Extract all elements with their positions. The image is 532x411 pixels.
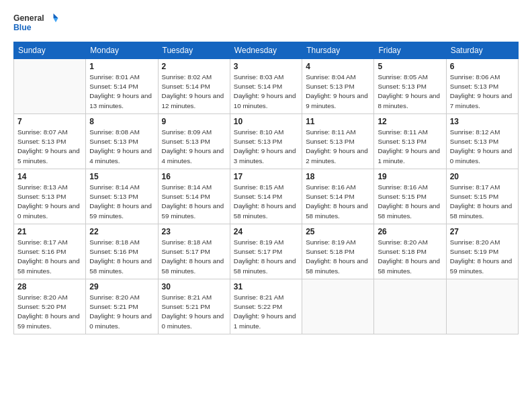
calendar-header-thursday: Thursday bbox=[302, 42, 374, 59]
day-info: Sunrise: 8:12 AMSunset: 5:13 PMDaylight:… bbox=[450, 128, 515, 166]
day-info: Sunrise: 8:21 AMSunset: 5:22 PMDaylight:… bbox=[234, 293, 298, 331]
day-number: 29 bbox=[89, 282, 154, 291]
day-info: Sunrise: 8:20 AMSunset: 5:21 PMDaylight:… bbox=[89, 293, 154, 331]
day-number: 5 bbox=[378, 62, 442, 71]
day-cell: 2Sunrise: 8:02 AMSunset: 5:14 PMDaylight… bbox=[158, 59, 230, 114]
calendar-table: SundayMondayTuesdayWednesdayThursdayFrid… bbox=[13, 42, 519, 334]
day-cell: 22Sunrise: 8:18 AMSunset: 5:16 PMDayligh… bbox=[86, 224, 158, 279]
day-info: Sunrise: 8:08 AMSunset: 5:13 PMDaylight:… bbox=[89, 128, 154, 166]
day-cell: 13Sunrise: 8:12 AMSunset: 5:13 PMDayligh… bbox=[446, 114, 518, 169]
day-number: 17 bbox=[234, 172, 298, 181]
day-cell bbox=[446, 279, 518, 334]
day-number: 10 bbox=[234, 117, 298, 126]
day-number: 15 bbox=[89, 172, 154, 181]
day-info: Sunrise: 8:06 AMSunset: 5:13 PMDaylight:… bbox=[450, 73, 515, 111]
day-info: Sunrise: 8:10 AMSunset: 5:13 PMDaylight:… bbox=[234, 128, 298, 166]
day-info: Sunrise: 8:14 AMSunset: 5:14 PMDaylight:… bbox=[162, 183, 226, 221]
svg-marker-1 bbox=[54, 13, 58, 18]
day-cell bbox=[374, 279, 446, 334]
logo: General Blue bbox=[13, 11, 60, 35]
day-info: Sunrise: 8:15 AMSunset: 5:14 PMDaylight:… bbox=[234, 183, 298, 221]
day-number: 19 bbox=[378, 172, 442, 181]
day-cell: 30Sunrise: 8:21 AMSunset: 5:21 PMDayligh… bbox=[158, 279, 230, 334]
day-info: Sunrise: 8:14 AMSunset: 5:13 PMDaylight:… bbox=[89, 183, 154, 221]
day-cell: 11Sunrise: 8:11 AMSunset: 5:13 PMDayligh… bbox=[302, 114, 374, 169]
day-cell bbox=[302, 279, 374, 334]
day-cell bbox=[14, 59, 86, 114]
week-row-4: 21Sunrise: 8:17 AMSunset: 5:16 PMDayligh… bbox=[14, 224, 519, 279]
day-cell: 19Sunrise: 8:16 AMSunset: 5:15 PMDayligh… bbox=[374, 169, 446, 224]
day-number: 4 bbox=[306, 62, 370, 71]
day-info: Sunrise: 8:16 AMSunset: 5:15 PMDaylight:… bbox=[378, 183, 442, 221]
day-number: 8 bbox=[89, 117, 154, 126]
day-cell: 29Sunrise: 8:20 AMSunset: 5:21 PMDayligh… bbox=[86, 279, 158, 334]
calendar-header-wednesday: Wednesday bbox=[230, 42, 302, 59]
day-cell: 7Sunrise: 8:07 AMSunset: 5:13 PMDaylight… bbox=[14, 114, 86, 169]
week-row-2: 7Sunrise: 8:07 AMSunset: 5:13 PMDaylight… bbox=[14, 114, 519, 169]
day-info: Sunrise: 8:21 AMSunset: 5:21 PMDaylight:… bbox=[162, 293, 226, 331]
day-info: Sunrise: 8:16 AMSunset: 5:14 PMDaylight:… bbox=[306, 183, 370, 221]
week-row-1: 1Sunrise: 8:01 AMSunset: 5:14 PMDaylight… bbox=[14, 59, 519, 114]
day-cell: 15Sunrise: 8:14 AMSunset: 5:13 PMDayligh… bbox=[86, 169, 158, 224]
day-info: Sunrise: 8:11 AMSunset: 5:13 PMDaylight:… bbox=[306, 128, 370, 166]
day-info: Sunrise: 8:20 AMSunset: 5:18 PMDaylight:… bbox=[378, 238, 442, 276]
day-number: 28 bbox=[17, 282, 82, 291]
day-number: 30 bbox=[162, 282, 226, 291]
day-info: Sunrise: 8:13 AMSunset: 5:13 PMDaylight:… bbox=[17, 183, 82, 221]
day-cell: 9Sunrise: 8:09 AMSunset: 5:13 PMDaylight… bbox=[158, 114, 230, 169]
day-number: 31 bbox=[234, 282, 298, 291]
svg-marker-2 bbox=[54, 18, 58, 22]
day-number: 11 bbox=[306, 117, 370, 126]
calendar-header-saturday: Saturday bbox=[446, 42, 518, 59]
day-cell: 10Sunrise: 8:10 AMSunset: 5:13 PMDayligh… bbox=[230, 114, 302, 169]
header: General Blue bbox=[13, 11, 519, 35]
day-cell: 14Sunrise: 8:13 AMSunset: 5:13 PMDayligh… bbox=[14, 169, 86, 224]
day-info: Sunrise: 8:07 AMSunset: 5:13 PMDaylight:… bbox=[17, 128, 82, 166]
day-number: 25 bbox=[306, 227, 370, 236]
day-number: 13 bbox=[450, 117, 515, 126]
day-info: Sunrise: 8:18 AMSunset: 5:16 PMDaylight:… bbox=[89, 238, 154, 276]
calendar-header-sunday: Sunday bbox=[14, 42, 86, 59]
day-cell: 28Sunrise: 8:20 AMSunset: 5:20 PMDayligh… bbox=[14, 279, 86, 334]
day-info: Sunrise: 8:18 AMSunset: 5:17 PMDaylight:… bbox=[162, 238, 226, 276]
day-number: 16 bbox=[162, 172, 226, 181]
day-cell: 27Sunrise: 8:20 AMSunset: 5:19 PMDayligh… bbox=[446, 224, 518, 279]
calendar-header-row: SundayMondayTuesdayWednesdayThursdayFrid… bbox=[14, 42, 519, 59]
day-number: 3 bbox=[234, 62, 298, 71]
day-info: Sunrise: 8:17 AMSunset: 5:15 PMDaylight:… bbox=[450, 183, 515, 221]
week-row-3: 14Sunrise: 8:13 AMSunset: 5:13 PMDayligh… bbox=[14, 169, 519, 224]
day-number: 18 bbox=[306, 172, 370, 181]
day-info: Sunrise: 8:02 AMSunset: 5:14 PMDaylight:… bbox=[162, 73, 226, 111]
day-number: 9 bbox=[162, 117, 226, 126]
day-info: Sunrise: 8:17 AMSunset: 5:16 PMDaylight:… bbox=[17, 238, 82, 276]
day-cell: 12Sunrise: 8:11 AMSunset: 5:13 PMDayligh… bbox=[374, 114, 446, 169]
day-cell: 4Sunrise: 8:04 AMSunset: 5:13 PMDaylight… bbox=[302, 59, 374, 114]
day-cell: 8Sunrise: 8:08 AMSunset: 5:13 PMDaylight… bbox=[86, 114, 158, 169]
day-info: Sunrise: 8:19 AMSunset: 5:18 PMDaylight:… bbox=[306, 238, 370, 276]
day-cell: 18Sunrise: 8:16 AMSunset: 5:14 PMDayligh… bbox=[302, 169, 374, 224]
calendar-header-monday: Monday bbox=[86, 42, 158, 59]
day-number: 20 bbox=[450, 172, 515, 181]
day-info: Sunrise: 8:01 AMSunset: 5:14 PMDaylight:… bbox=[89, 73, 154, 111]
calendar-header-friday: Friday bbox=[374, 42, 446, 59]
svg-text:General: General bbox=[13, 13, 44, 23]
logo-icon: General Blue bbox=[13, 11, 60, 35]
day-cell: 3Sunrise: 8:03 AMSunset: 5:14 PMDaylight… bbox=[230, 59, 302, 114]
day-info: Sunrise: 8:20 AMSunset: 5:19 PMDaylight:… bbox=[450, 238, 515, 276]
day-number: 2 bbox=[162, 62, 226, 71]
day-info: Sunrise: 8:09 AMSunset: 5:13 PMDaylight:… bbox=[162, 128, 226, 166]
day-number: 12 bbox=[378, 117, 442, 126]
day-cell: 25Sunrise: 8:19 AMSunset: 5:18 PMDayligh… bbox=[302, 224, 374, 279]
day-info: Sunrise: 8:05 AMSunset: 5:13 PMDaylight:… bbox=[378, 73, 442, 111]
day-info: Sunrise: 8:03 AMSunset: 5:14 PMDaylight:… bbox=[234, 73, 298, 111]
day-cell: 17Sunrise: 8:15 AMSunset: 5:14 PMDayligh… bbox=[230, 169, 302, 224]
day-cell: 24Sunrise: 8:19 AMSunset: 5:17 PMDayligh… bbox=[230, 224, 302, 279]
day-number: 21 bbox=[17, 227, 82, 236]
calendar-header-tuesday: Tuesday bbox=[158, 42, 230, 59]
day-number: 6 bbox=[450, 62, 515, 71]
week-row-5: 28Sunrise: 8:20 AMSunset: 5:20 PMDayligh… bbox=[14, 279, 519, 334]
page: General Blue SundayMondayTuesdayWednesda… bbox=[0, 0, 532, 411]
day-number: 22 bbox=[89, 227, 154, 236]
day-cell: 20Sunrise: 8:17 AMSunset: 5:15 PMDayligh… bbox=[446, 169, 518, 224]
day-info: Sunrise: 8:20 AMSunset: 5:20 PMDaylight:… bbox=[17, 293, 82, 331]
